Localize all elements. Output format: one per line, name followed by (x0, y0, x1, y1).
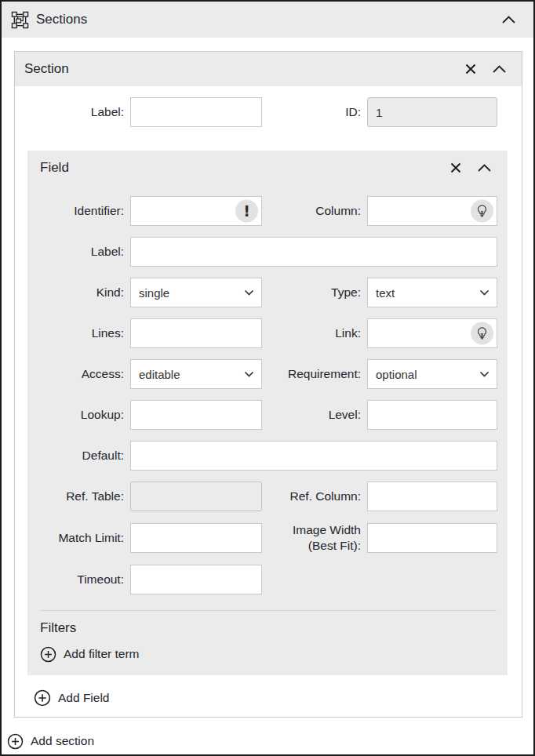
level-label: Level: (268, 407, 361, 423)
identifier-column-row: Identifier: ! Column: (40, 196, 497, 226)
lightbulb-icon[interactable] (471, 200, 493, 223)
lines-input[interactable] (130, 318, 262, 348)
access-select[interactable]: editable (130, 359, 262, 389)
link-label: Link: (268, 325, 361, 341)
timeout-row: Timeout: (40, 565, 497, 594)
identifier-label: Identifier: (40, 203, 124, 219)
chevron-up-icon (501, 15, 516, 24)
section-label-id-row: Label: ID: (27, 97, 497, 127)
section-body: Label: ID: Field (15, 86, 522, 707)
default-input[interactable] (130, 441, 497, 471)
label-input[interactable] (130, 237, 497, 267)
sections-collapse-button[interactable] (500, 13, 518, 26)
section-id-label: ID: (268, 104, 361, 120)
circled-plus-icon (34, 689, 51, 707)
exclamation-icon: ! (235, 200, 258, 223)
section-title: Section (24, 61, 69, 77)
default-label: Default: (40, 448, 124, 463)
lookup-label: Lookup: (40, 407, 124, 423)
section-collapse-button[interactable] (490, 63, 508, 75)
label-row: Label: (40, 237, 497, 267)
close-x-icon (464, 63, 477, 75)
close-x-icon (449, 162, 462, 174)
lines-link-row: Lines: Link: (40, 318, 497, 348)
add-section-button[interactable]: Add section (7, 733, 94, 750)
field-body: Identifier: ! Column: (27, 185, 508, 594)
page-title: Sections (36, 12, 87, 27)
section-label-label: Label: (27, 104, 124, 120)
section-remove-button[interactable] (463, 61, 479, 77)
add-filter-term-button[interactable]: Add filter term (40, 646, 139, 663)
ref-table-label: Ref. Table: (40, 489, 124, 504)
filters-title: Filters (40, 620, 495, 636)
field-collapse-button[interactable] (475, 162, 493, 174)
kind-select[interactable]: single (130, 278, 262, 307)
ref-column-input[interactable] (367, 482, 497, 511)
add-field-button[interactable]: Add Field (34, 689, 109, 707)
field-panel: Field Identif (27, 151, 508, 675)
field-panel-header: Field (27, 151, 508, 185)
image-width-label: Image Width (Best Fit): (268, 522, 361, 554)
level-input[interactable] (367, 400, 497, 430)
section-panel: Section Label: ID: (14, 51, 522, 718)
circled-plus-icon (7, 733, 24, 750)
lookup-level-row: Lookup: Level: (40, 400, 497, 430)
add-field-label: Add Field (58, 691, 109, 705)
match-limit-label: Match Limit: (40, 530, 124, 546)
section-panel-header: Section (15, 52, 522, 86)
timeout-input[interactable] (130, 565, 262, 594)
kind-type-row: Kind: single Type: text (40, 278, 497, 307)
chevron-up-icon (492, 64, 507, 74)
ref-table-column-row: Ref. Table: Ref. Column: (40, 482, 497, 511)
sections-frame-icon (11, 11, 29, 29)
image-width-input[interactable] (367, 523, 497, 553)
lines-label: Lines: (40, 325, 124, 341)
type-select[interactable]: text (367, 278, 497, 307)
ref-table-input (130, 482, 262, 511)
kind-label: Kind: (40, 285, 124, 300)
filters-section: Filters Add filter term (27, 611, 508, 675)
section-label-input[interactable] (130, 97, 262, 127)
label-label: Label: (40, 244, 124, 260)
field-title: Field (40, 160, 69, 176)
chevron-up-icon (477, 163, 492, 173)
field-remove-button[interactable] (448, 160, 464, 176)
timeout-label: Timeout: (40, 572, 124, 587)
section-id-input (367, 97, 497, 127)
column-label: Column: (268, 203, 361, 219)
ref-column-label: Ref. Column: (268, 489, 361, 504)
add-filter-term-label: Add filter term (64, 647, 139, 661)
add-section-label: Add section (31, 734, 94, 748)
lightbulb-icon[interactable] (471, 322, 493, 345)
sections-header-bar: Sections (2, 2, 533, 38)
access-label: Access: (40, 366, 124, 382)
lookup-input[interactable] (130, 400, 262, 430)
requirement-select[interactable]: optional (367, 359, 497, 389)
default-row: Default: (40, 441, 497, 471)
access-requirement-row: Access: editable Requirement: optional (40, 359, 497, 389)
requirement-label: Requirement: (268, 366, 361, 382)
match-limit-image-width-row: Match Limit: Image Width (Best Fit): (40, 522, 497, 554)
match-limit-input[interactable] (130, 523, 262, 553)
type-label: Type: (268, 285, 361, 300)
circled-plus-icon (40, 646, 56, 663)
